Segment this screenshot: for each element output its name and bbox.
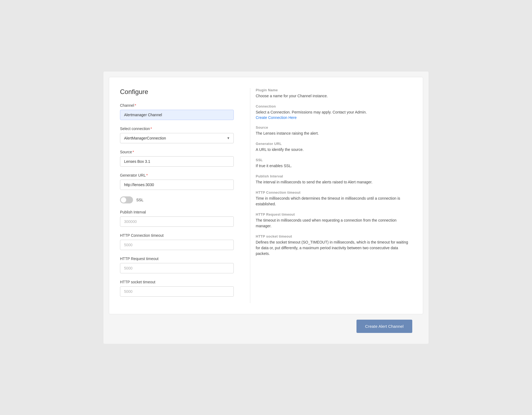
help-plugin-name-text: Choose a name for your Channel instance. [256,93,412,99]
help-source: Source The Lenses instance raising the a… [256,125,412,136]
help-generator-url-label: Generator URL [256,142,412,146]
publish-interval-input[interactable] [120,216,234,227]
generator-url-input[interactable] [120,180,234,190]
help-http-connection-timeout-text: Time in milliseconds which determines th… [256,196,412,207]
source-input[interactable] [120,156,234,167]
help-http-connection-timeout: HTTP Connection timeout Time in millisec… [256,190,412,207]
help-source-text: The Lenses instance raising the alert. [256,131,412,136]
channel-group: Channel* [120,103,234,120]
generator-url-label: Generator URL* [120,173,234,177]
page-wrapper: Configure Channel* Select connection* Al… [103,72,429,344]
select-connection-wrapper: AlertManagerConnection ▼ [120,133,234,143]
connection-select[interactable]: AlertManagerConnection [120,133,234,143]
help-connection: Connection Select a Connection. Permissi… [256,104,412,120]
help-http-socket-timeout: HTTP socket timeout Defines the socket t… [256,234,412,257]
help-ssl-text: If true it enables SSL. [256,163,412,169]
help-generator-url: Generator URL A URL to identify the sour… [256,142,412,153]
http-socket-timeout-group: HTTP socket timeout [120,280,234,297]
http-socket-timeout-label: HTTP socket timeout [120,280,234,284]
help-plugin-name-label: Plugin Name [256,88,412,92]
help-plugin-name: Plugin Name Choose a name for your Chann… [256,88,412,99]
generator-url-group: Generator URL* [120,173,234,190]
help-http-request-timeout-label: HTTP Request timeout [256,212,412,216]
http-request-timeout-label: HTTP Request timeout [120,257,234,261]
connection-required: * [151,127,152,131]
help-connection-text: Select a Connection. Permissions may app… [256,109,412,115]
toggle-slider [120,196,133,203]
http-request-timeout-group: HTTP Request timeout [120,257,234,273]
publish-interval-group: Publish Interval [120,210,234,227]
help-http-request-timeout-text: The timeout in milliseconds used when re… [256,218,412,229]
right-panel: Plugin Name Choose a name for your Chann… [250,88,412,303]
source-group: Source* [120,150,234,167]
ssl-group: SSL [120,196,234,203]
help-http-socket-timeout-label: HTTP socket timeout [256,234,412,238]
help-publish-interval-label: Publish Interval [256,174,412,178]
left-panel: Configure Channel* Select connection* Al… [120,88,234,303]
http-connection-timeout-label: HTTP Connection timeout [120,233,234,238]
help-http-socket-timeout-text: Defines the socket timeout (SO_TIMEOUT) … [256,239,412,257]
footer: Create Alert Channel [109,314,423,338]
main-card: Configure Channel* Select connection* Al… [109,77,423,314]
publish-interval-label: Publish Interval [120,210,234,214]
http-connection-timeout-group: HTTP Connection timeout [120,233,234,250]
create-connection-link[interactable]: Create Connection Here [256,115,297,120]
http-request-timeout-input[interactable] [120,263,234,273]
http-socket-timeout-input[interactable] [120,286,234,297]
help-ssl-label: SSL [256,158,412,162]
select-connection-label: Select connection* [120,127,234,131]
ssl-label: SSL [136,198,143,202]
channel-required: * [135,103,136,108]
channel-label: Channel* [120,103,234,108]
page-title: Configure [120,88,234,96]
ssl-toggle[interactable] [120,196,133,203]
help-generator-url-text: A URL to identify the source. [256,147,412,153]
channel-input[interactable] [120,110,234,120]
source-label: Source* [120,150,234,154]
help-http-request-timeout: HTTP Request timeout The timeout in mill… [256,212,412,229]
help-ssl: SSL If true it enables SSL. [256,158,412,169]
create-alert-channel-button[interactable]: Create Alert Channel [356,320,412,333]
help-publish-interval: Publish Interval The interval in millise… [256,174,412,185]
help-source-label: Source [256,125,412,129]
help-http-connection-timeout-label: HTTP Connection timeout [256,190,412,194]
help-connection-label: Connection [256,104,412,108]
http-connection-timeout-input[interactable] [120,240,234,250]
generator-url-required: * [146,173,148,177]
select-connection-group: Select connection* AlertManagerConnectio… [120,127,234,143]
help-publish-interval-text: The interval in milliseconds to send the… [256,179,412,185]
source-required: * [132,150,134,154]
